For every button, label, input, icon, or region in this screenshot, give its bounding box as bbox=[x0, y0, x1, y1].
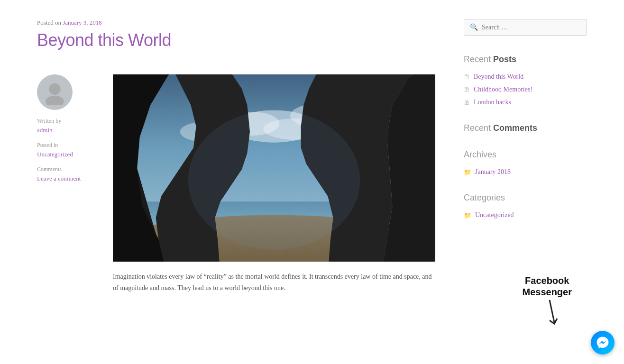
recent-posts-heading-bold: Posts bbox=[493, 55, 516, 64]
post-excerpt: Imagination violates every law of “reali… bbox=[113, 271, 435, 294]
recent-post-link-3[interactable]: London hacks bbox=[474, 99, 511, 106]
comments-label: Comments bbox=[37, 166, 99, 173]
list-item: 📁 January 2018 bbox=[464, 168, 587, 176]
categories-list: 📁 Uncategorized bbox=[464, 211, 587, 219]
post-featured-image bbox=[113, 74, 435, 262]
category-link[interactable]: Uncategorized bbox=[37, 151, 99, 158]
list-item: 🖹 London hacks bbox=[464, 99, 587, 107]
archives-heading: Archives bbox=[464, 150, 587, 160]
search-icon: 🔍 bbox=[470, 23, 478, 31]
post-image-section: Imagination violates every law of “reali… bbox=[113, 74, 435, 294]
categories-heading: Categories bbox=[464, 193, 587, 203]
posted-in-label: Posted in bbox=[37, 142, 99, 149]
archives-section: Archives 📁 January 2018 bbox=[464, 150, 587, 176]
post-title: Beyond this World bbox=[37, 30, 435, 50]
avatar bbox=[37, 74, 73, 110]
categories-section: Categories 📁 Uncategorized bbox=[464, 193, 587, 219]
cave-image-svg bbox=[113, 74, 435, 262]
categories-heading-regular: Categories bbox=[464, 193, 505, 202]
recent-comments-heading-regular: Recent bbox=[464, 123, 493, 133]
recent-post-link-1[interactable]: Beyond this World bbox=[474, 73, 523, 81]
list-item: 📁 Uncategorized bbox=[464, 211, 587, 219]
archives-list: 📁 January 2018 bbox=[464, 168, 587, 176]
category-link-1[interactable]: Uncategorized bbox=[475, 211, 514, 219]
document-icon: 🖹 bbox=[464, 86, 470, 94]
svg-point-0 bbox=[49, 83, 60, 95]
document-icon: 🖹 bbox=[464, 99, 470, 107]
posted-on-label: Posted on bbox=[37, 19, 61, 26]
svg-point-1 bbox=[46, 96, 64, 105]
avatar-icon bbox=[42, 79, 68, 105]
recent-post-link-2[interactable]: Childhood Memories! bbox=[474, 86, 532, 93]
post-divider bbox=[37, 60, 435, 60]
folder-icon: 📁 bbox=[464, 212, 471, 219]
post-date-link[interactable]: January 3, 2018 bbox=[63, 19, 102, 26]
recent-posts-heading: Recent Posts bbox=[464, 55, 587, 64]
recent-comments-heading: Recent Comments bbox=[464, 123, 587, 133]
sidebar: 🔍 Recent Posts 🖹 Beyond this World 🖹 Chi… bbox=[464, 19, 587, 294]
search-input[interactable] bbox=[482, 24, 581, 31]
archives-heading-regular: Archives bbox=[464, 150, 496, 159]
written-by-label: Written by bbox=[37, 118, 99, 125]
recent-posts-list: 🖹 Beyond this World 🖹 Childhood Memories… bbox=[464, 73, 587, 107]
recent-comments-heading-bold: Comments bbox=[493, 123, 537, 133]
post-meta: Posted on January 3, 2018 bbox=[37, 19, 435, 27]
author-section: Written by admin Posted in Uncategorized… bbox=[37, 74, 99, 294]
recent-comments-section: Recent Comments bbox=[464, 123, 587, 133]
folder-icon: 📁 bbox=[464, 169, 471, 176]
author-name-link[interactable]: admin bbox=[37, 127, 99, 134]
list-item: 🖹 Beyond this World bbox=[464, 73, 587, 81]
svg-point-10 bbox=[188, 110, 360, 250]
list-item: 🖹 Childhood Memories! bbox=[464, 86, 587, 94]
search-box[interactable]: 🔍 bbox=[464, 19, 587, 36]
leave-comment-link[interactable]: Leave a comment bbox=[37, 175, 99, 182]
post-body: Written by admin Posted in Uncategorized… bbox=[37, 74, 435, 294]
document-icon: 🖹 bbox=[464, 73, 470, 81]
archive-link-1[interactable]: January 2018 bbox=[475, 168, 511, 176]
recent-posts-heading-regular: Recent bbox=[464, 55, 493, 64]
main-content: Posted on January 3, 2018 Beyond this Wo… bbox=[37, 19, 435, 294]
recent-posts-section: Recent Posts 🖹 Beyond this World 🖹 Child… bbox=[464, 55, 587, 107]
